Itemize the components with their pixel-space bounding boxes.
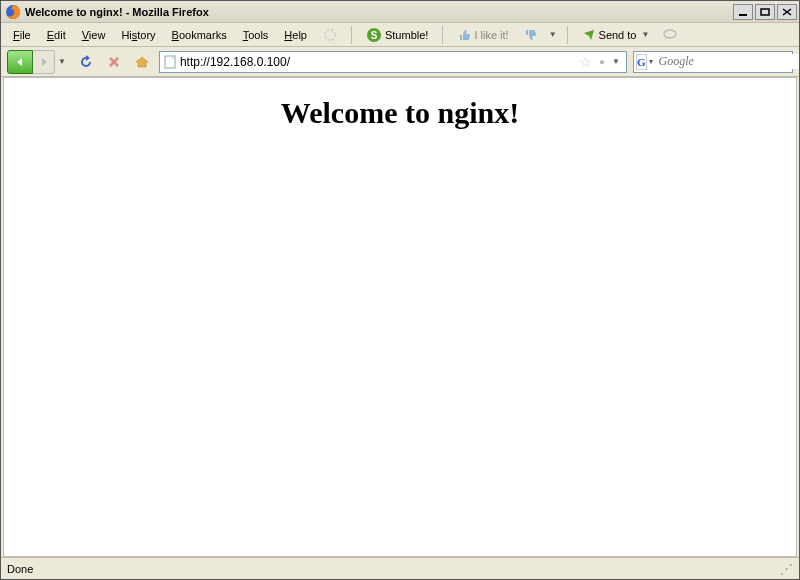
stumbleupon-icon: S	[366, 27, 382, 43]
dislike-button[interactable]	[519, 26, 541, 44]
menu-tools[interactable]: Tools	[235, 26, 277, 44]
statusbar: Done ⋰	[1, 557, 799, 579]
thumbs-up-icon	[457, 28, 471, 42]
like-button[interactable]: I like it!	[453, 26, 512, 44]
window-title: Welcome to nginx! - Mozilla Firefox	[25, 6, 209, 18]
stop-button[interactable]	[103, 51, 125, 73]
dropdown-icon: ▼	[641, 30, 649, 39]
dropdown-icon[interactable]: ▼	[549, 30, 557, 39]
sendto-label: Send to	[599, 29, 637, 41]
stumble-label: Stumble!	[385, 29, 428, 41]
maximize-button[interactable]	[755, 4, 775, 20]
menu-edit[interactable]: Edit	[39, 26, 74, 44]
resize-grip[interactable]: ⋰	[777, 561, 793, 577]
stumble-spinner-icon	[319, 26, 341, 44]
page-content: Welcome to nginx!	[3, 77, 797, 557]
menu-history[interactable]: History	[113, 26, 163, 44]
like-label: I like it!	[474, 29, 508, 41]
address-bar[interactable]: ☆ ● ▼	[159, 51, 627, 73]
menu-file[interactable]: File	[5, 26, 39, 44]
reload-button[interactable]	[75, 51, 97, 73]
stumble-toolbar: S Stumble! I like it! ▼ Send to ▼	[319, 25, 681, 45]
back-button[interactable]	[7, 50, 33, 74]
separator	[442, 26, 443, 44]
svg-point-3	[325, 30, 335, 40]
menu-bookmarks[interactable]: Bookmarks	[164, 26, 235, 44]
svg-text:S: S	[371, 30, 378, 41]
arrow-left-icon	[13, 55, 27, 69]
sendto-button[interactable]: Send to ▼	[578, 26, 654, 44]
url-input[interactable]	[180, 55, 575, 69]
nav-back-forward: ▼	[7, 50, 69, 74]
address-dropdown[interactable]: ▼	[608, 57, 624, 66]
bookmark-star-button[interactable]: ☆	[575, 54, 596, 70]
menu-help[interactable]: Help	[276, 26, 315, 44]
reload-icon	[78, 54, 94, 70]
page-heading: Welcome to nginx!	[4, 96, 796, 130]
comment-button[interactable]	[659, 26, 681, 44]
forward-button[interactable]	[33, 50, 55, 74]
status-text: Done	[7, 563, 777, 575]
firefox-icon	[5, 4, 21, 20]
stumble-button[interactable]: S Stumble!	[362, 25, 432, 45]
separator	[351, 26, 352, 44]
menubar: File Edit View History Bookmarks Tools H…	[1, 23, 799, 47]
page-icon	[162, 54, 178, 70]
bullet-icon: ●	[596, 56, 608, 67]
share-icon	[582, 28, 596, 42]
menu-view[interactable]: View	[74, 26, 114, 44]
history-dropdown[interactable]: ▼	[55, 50, 69, 74]
engine-dropdown[interactable]: ▾	[647, 57, 655, 66]
thumbs-down-icon	[523, 28, 537, 42]
home-icon	[134, 54, 150, 70]
home-button[interactable]	[131, 51, 153, 73]
close-button[interactable]	[777, 4, 797, 20]
google-icon[interactable]: G	[636, 54, 647, 70]
speech-bubble-icon	[663, 28, 677, 42]
svg-rect-2	[761, 9, 769, 15]
search-bar[interactable]: G ▾	[633, 51, 793, 73]
titlebar: Welcome to nginx! - Mozilla Firefox	[1, 1, 799, 23]
stop-icon	[107, 55, 121, 69]
arrow-right-icon	[38, 56, 50, 68]
svg-point-6	[664, 30, 676, 38]
minimize-button[interactable]	[733, 4, 753, 20]
navigation-toolbar: ▼ ☆ ● ▼ G ▾	[1, 47, 799, 77]
separator	[567, 26, 568, 44]
svg-rect-1	[739, 14, 747, 16]
search-input[interactable]	[655, 54, 800, 69]
